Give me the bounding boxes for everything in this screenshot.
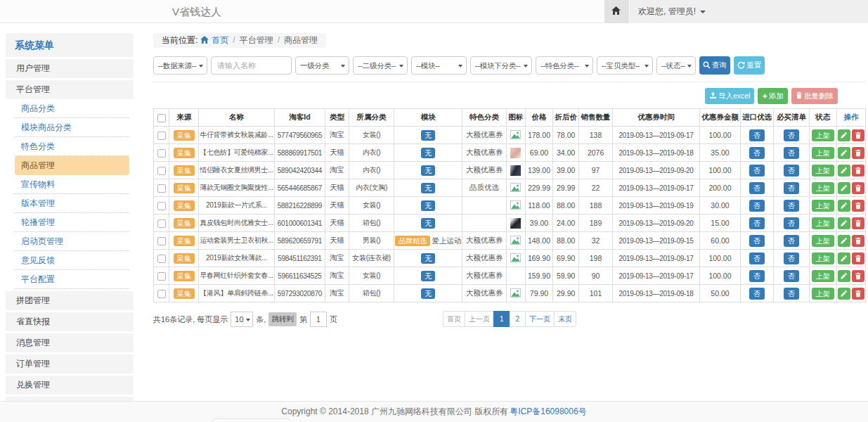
page-button[interactable]: 2: [510, 311, 526, 327]
must-buy-toggle[interactable]: 否: [784, 147, 799, 159]
edit-button[interactable]: [838, 147, 850, 159]
status-button[interactable]: 上架: [812, 182, 834, 194]
status-button[interactable]: 上架: [812, 252, 834, 264]
sidebar-subitem[interactable]: 启动页管理: [15, 232, 129, 251]
row-checkbox[interactable]: [157, 272, 166, 281]
delete-button[interactable]: [852, 182, 864, 194]
edit-button[interactable]: [838, 270, 850, 282]
filter-select[interactable]: --模块下分类--: [470, 56, 532, 75]
sidebar-subitem[interactable]: 轮播管理: [15, 213, 129, 232]
imported-toggle[interactable]: 否: [749, 288, 765, 300]
sidebar-item[interactable]: 省直快报: [6, 312, 134, 331]
delete-button[interactable]: [852, 165, 864, 177]
sidebar-item[interactable]: 订单管理: [6, 354, 134, 373]
must-buy-toggle[interactable]: 否: [784, 288, 799, 300]
delete-button[interactable]: [852, 129, 864, 141]
sidebar-item[interactable]: 平台管理: [6, 80, 134, 99]
row-checkbox[interactable]: [157, 184, 166, 193]
filter-select[interactable]: --宝贝类型--: [597, 56, 653, 75]
row-checkbox[interactable]: [157, 255, 166, 263]
edit-button[interactable]: [838, 129, 850, 141]
must-buy-toggle[interactable]: 否: [784, 129, 799, 141]
row-checkbox[interactable]: [157, 237, 166, 245]
status-button[interactable]: 上架: [812, 200, 834, 212]
edit-button[interactable]: [838, 200, 850, 212]
status-button[interactable]: 上架: [812, 147, 834, 159]
imported-toggle[interactable]: 否: [749, 129, 765, 141]
page-size-select[interactable]: 10: [231, 312, 253, 327]
sidebar-subitem[interactable]: 模块商品分类: [15, 118, 129, 137]
filter-select-data-source[interactable]: --数据来源--: [153, 56, 207, 75]
row-checkbox[interactable]: [157, 202, 166, 210]
sidebar-subitem[interactable]: 特色分类: [15, 137, 129, 156]
sidebar-subitem[interactable]: 版本管理: [15, 194, 129, 213]
filter-select[interactable]: 一级分类: [295, 56, 349, 75]
search-name-input[interactable]: [211, 56, 292, 75]
delete-button[interactable]: [852, 200, 864, 212]
breadcrumb-home-link[interactable]: 首页: [212, 36, 228, 45]
row-checkbox[interactable]: [157, 290, 166, 298]
row-checkbox[interactable]: [157, 167, 166, 175]
delete-button[interactable]: [852, 288, 864, 300]
icp-link[interactable]: 粤ICP备16098006号: [510, 406, 586, 418]
status-button[interactable]: 上架: [812, 165, 834, 177]
delete-button[interactable]: [852, 147, 864, 159]
row-checkbox[interactable]: [157, 132, 166, 140]
must-buy-toggle[interactable]: 否: [784, 252, 799, 264]
status-button[interactable]: 上架: [812, 270, 834, 282]
sidebar-item[interactable]: 消息管理: [6, 333, 134, 352]
filter-select[interactable]: --模块--: [411, 56, 467, 75]
page-button[interactable]: 首页: [443, 311, 465, 327]
sidebar-subitem[interactable]: 宣传物料: [15, 175, 129, 194]
edit-button[interactable]: [838, 252, 850, 264]
jump-page-input[interactable]: [310, 312, 327, 327]
page-button[interactable]: 上一页: [465, 311, 494, 327]
imported-toggle[interactable]: 否: [749, 252, 765, 264]
delete-button[interactable]: [852, 217, 864, 229]
filter-select[interactable]: --二级分类--: [353, 56, 408, 75]
imported-toggle[interactable]: 否: [749, 235, 765, 247]
import-excel-button[interactable]: 导入excel: [705, 88, 755, 104]
jump-button[interactable]: 跳转到: [268, 312, 297, 326]
sidebar-item[interactable]: 兑换管理: [6, 376, 134, 395]
edit-button[interactable]: [838, 288, 850, 300]
must-buy-toggle[interactable]: 否: [784, 270, 799, 282]
page-button[interactable]: 下一页: [525, 311, 555, 327]
edit-button[interactable]: [838, 182, 850, 194]
imported-toggle[interactable]: 否: [749, 165, 765, 177]
status-button[interactable]: 上架: [812, 288, 834, 300]
page-button[interactable]: 末页: [554, 311, 576, 327]
imported-toggle[interactable]: 否: [749, 270, 765, 282]
imported-toggle[interactable]: 否: [749, 200, 765, 212]
status-button[interactable]: 上架: [812, 129, 834, 141]
status-button[interactable]: 上架: [812, 235, 834, 247]
reset-button[interactable]: 重置: [734, 56, 765, 75]
sidebar-subitem[interactable]: 商品管理: [15, 156, 129, 175]
row-checkbox[interactable]: [157, 149, 166, 158]
must-buy-toggle[interactable]: 否: [784, 165, 799, 177]
delete-button[interactable]: [852, 270, 864, 282]
search-button[interactable]: 查询: [699, 56, 730, 75]
edit-button[interactable]: [838, 235, 850, 247]
must-buy-toggle[interactable]: 否: [784, 182, 799, 194]
add-button[interactable]: +添加: [758, 88, 788, 104]
sidebar-item[interactable]: 拼团管理: [6, 291, 134, 310]
select-all-checkbox[interactable]: [157, 114, 166, 122]
delete-button[interactable]: [852, 235, 864, 247]
must-buy-toggle[interactable]: 否: [784, 200, 799, 212]
home-button[interactable]: [604, 0, 628, 23]
batch-delete-button[interactable]: 批量删除: [791, 88, 838, 104]
sidebar-subitem[interactable]: 意见反馈: [15, 251, 129, 270]
sidebar-item[interactable]: 用户管理: [6, 59, 134, 78]
sidebar-subitem[interactable]: 商品分类: [15, 99, 129, 118]
page-button[interactable]: 1: [493, 311, 510, 327]
imported-toggle[interactable]: 否: [749, 217, 765, 229]
must-buy-toggle[interactable]: 否: [784, 235, 799, 247]
imported-toggle[interactable]: 否: [749, 182, 765, 194]
filter-select[interactable]: --状态--: [656, 56, 696, 75]
filter-select[interactable]: --特色分类--: [536, 56, 593, 75]
must-buy-toggle[interactable]: 否: [784, 217, 799, 229]
user-menu[interactable]: 欢迎您, 管理员!: [628, 0, 868, 23]
sidebar-subitem[interactable]: 平台配置: [15, 270, 129, 289]
edit-button[interactable]: [838, 165, 850, 177]
